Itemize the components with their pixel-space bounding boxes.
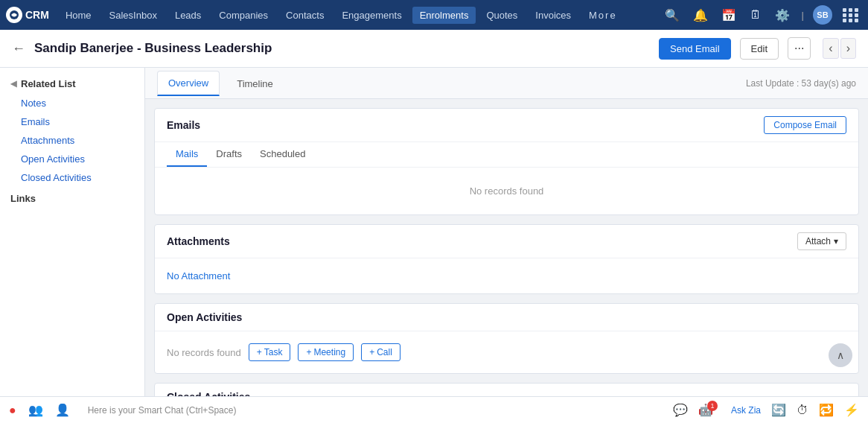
record-title: Sandip Banerjee - Business Leadership: [34, 41, 650, 56]
attachments-section-header: Attachments Attach ▾: [155, 225, 858, 258]
app-logo[interactable]: CRM: [6, 7, 49, 23]
tab-overview[interactable]: Overview: [157, 71, 220, 96]
add-task-icon: +: [257, 347, 262, 357]
more-options-button[interactable]: ···: [788, 37, 811, 60]
sidebar-item-attachments[interactable]: Attachments: [0, 131, 144, 150]
settings-icon[interactable]: ⚙️: [772, 7, 793, 24]
user-avatar[interactable]: SB: [813, 5, 832, 25]
add-call-label: Call: [377, 347, 392, 357]
back-button[interactable]: ←: [12, 41, 25, 57]
record-header: ← Sandip Banerjee - Business Leadership …: [0, 30, 868, 68]
attach-dropdown-icon: ▾: [834, 236, 838, 247]
emails-empty-state: No records found: [155, 168, 858, 214]
top-navigation: CRM Home SalesInbox Leads Companies Cont…: [0, 0, 868, 30]
sidebar-item-open-activities[interactable]: Open Activities: [0, 150, 144, 168]
prev-record-button[interactable]: ‹: [823, 38, 838, 59]
attach-label: Attach: [805, 236, 831, 247]
calendar-add-icon[interactable]: 📅: [718, 7, 739, 24]
nav-invoices[interactable]: Invoices: [528, 7, 578, 24]
compose-email-button[interactable]: Compose Email: [764, 116, 846, 134]
related-list-header[interactable]: ◀ Related List: [0, 74, 144, 94]
tab-drafts[interactable]: Drafts: [207, 142, 251, 167]
nav-contacts[interactable]: Contacts: [278, 7, 331, 24]
open-activities-empty: No records found: [167, 347, 241, 358]
calendar-icon[interactable]: 🗓: [747, 7, 765, 23]
app-name: CRM: [25, 9, 49, 21]
last-update-text: Last Update : 53 day(s) ago: [746, 78, 856, 89]
add-task-button[interactable]: + Task: [249, 343, 291, 361]
bottom-icon-3[interactable]: 👤: [55, 403, 70, 417]
sidebar-item-emails[interactable]: Emails: [0, 112, 144, 131]
add-meeting-icon: +: [306, 347, 311, 357]
emails-section: Emails Compose Email Mails Drafts Schedu…: [154, 108, 859, 215]
ask-zia-container: 🤖 1: [698, 403, 724, 417]
tab-scheduled[interactable]: Scheduled: [251, 142, 314, 167]
bottom-action-icon-3[interactable]: ⏱: [797, 404, 808, 417]
add-call-button[interactable]: + Call: [361, 343, 401, 361]
nav-salesinbox[interactable]: SalesInbox: [102, 7, 165, 24]
attachments-section: Attachments Attach ▾ No Attachment: [154, 224, 859, 294]
smart-chat-text: Here is your Smart Chat (Ctrl+Space): [88, 405, 237, 416]
ask-zia-label[interactable]: Ask Zia: [731, 405, 761, 416]
scroll-to-top-button[interactable]: ∧: [829, 343, 852, 367]
open-activities-content: No records found + Task + Meeting + Call…: [155, 331, 858, 373]
nav-more[interactable]: More: [581, 7, 625, 24]
content-area: Overview Timeline Last Update : 53 day(s…: [145, 68, 868, 423]
bottom-bar: ● 👥 👤 Here is your Smart Chat (Ctrl+Spac…: [0, 396, 868, 423]
open-activities-section: Open Activities No records found + Task …: [154, 303, 859, 374]
links-header: Links: [0, 187, 144, 207]
email-sub-tabs: Mails Drafts Scheduled: [155, 142, 858, 168]
sidebar-item-closed-activities[interactable]: Closed Activities: [0, 168, 144, 187]
nav-engagements[interactable]: Engagements: [334, 7, 409, 24]
open-activities-header: Open Activities: [155, 304, 858, 331]
notifications-icon[interactable]: 🔔: [690, 7, 711, 24]
nav-leads[interactable]: Leads: [167, 7, 208, 24]
emails-title: Emails: [167, 119, 758, 131]
main-layout: ◀ Related List Notes Emails Attachments …: [0, 68, 868, 423]
sidebar-item-notes[interactable]: Notes: [0, 94, 144, 112]
bottom-icon-2[interactable]: 👥: [28, 403, 43, 417]
add-meeting-button[interactable]: + Meeting: [298, 343, 354, 361]
send-email-button[interactable]: Send Email: [659, 38, 730, 60]
add-call-icon: +: [369, 347, 374, 357]
notification-badge: 1: [707, 401, 718, 411]
tabs-bar: Overview Timeline Last Update : 53 day(s…: [145, 68, 868, 99]
tab-timeline[interactable]: Timeline: [226, 71, 284, 95]
sidebar: ◀ Related List Notes Emails Attachments …: [0, 68, 145, 423]
attach-button[interactable]: Attach ▾: [797, 232, 846, 250]
add-meeting-label: Meeting: [313, 347, 345, 357]
bottom-right-actions: 💬 🤖 1 Ask Zia 🔄 ⏱ 🔁 ⚡: [673, 403, 859, 417]
bottom-action-icon-5[interactable]: ⚡: [844, 403, 859, 417]
bottom-icon-1[interactable]: ●: [9, 404, 16, 417]
bottom-action-icon-2[interactable]: 🔄: [771, 403, 786, 417]
edit-button[interactable]: Edit: [740, 38, 779, 60]
emails-section-header: Emails Compose Email: [155, 109, 858, 142]
next-record-button[interactable]: ›: [840, 38, 856, 59]
logo-icon: [6, 7, 22, 23]
bottom-action-icon-1[interactable]: 💬: [673, 403, 688, 417]
bottom-action-icon-4[interactable]: 🔁: [819, 403, 834, 417]
nav-enrolments[interactable]: Enrolments: [412, 7, 476, 24]
nav-companies[interactable]: Companies: [211, 7, 275, 24]
no-attachment-text: No Attachment: [155, 258, 858, 293]
nav-quotes[interactable]: Quotes: [479, 7, 525, 24]
related-list-label: Related List: [21, 78, 76, 89]
record-navigation: ‹ ›: [823, 38, 856, 59]
open-activities-title: Open Activities: [167, 311, 846, 323]
tab-mails[interactable]: Mails: [167, 142, 207, 167]
search-icon[interactable]: 🔍: [662, 7, 683, 24]
attachments-title: Attachments: [167, 235, 791, 247]
add-task-label: Task: [264, 347, 283, 357]
collapse-icon: ◀: [10, 79, 16, 89]
nav-home[interactable]: Home: [58, 7, 99, 24]
apps-grid-icon[interactable]: [840, 5, 862, 25]
top-nav-right: 🔍 🔔 📅 🗓 ⚙️ | SB: [662, 5, 862, 25]
